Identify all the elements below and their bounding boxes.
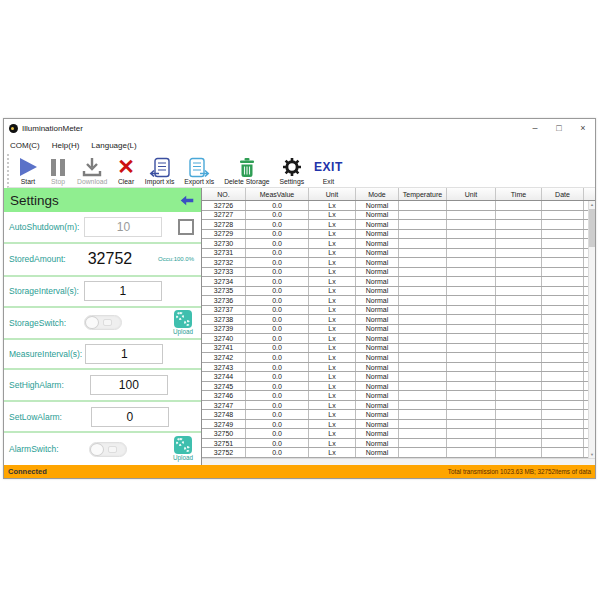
- table-cell: 32749: [202, 420, 246, 429]
- scrollbar-thumb[interactable]: [589, 209, 595, 247]
- table-row[interactable]: 327510.0LxNormal: [202, 439, 588, 449]
- close-button[interactable]: ×: [571, 119, 595, 137]
- menu-item-help[interactable]: Help(H): [52, 141, 80, 150]
- table-row[interactable]: 327440.0LxNormal: [202, 372, 588, 382]
- table-row[interactable]: 327350.0LxNormal: [202, 287, 588, 297]
- table-row[interactable]: 327450.0LxNormal: [202, 382, 588, 392]
- table-cell: Normal: [356, 287, 399, 296]
- table-row[interactable]: 327380.0LxNormal: [202, 315, 588, 325]
- table-cell: [542, 258, 584, 267]
- set-high-alarm-input[interactable]: [90, 375, 168, 395]
- table-cell: [496, 315, 542, 324]
- auto-shutdown-checkbox[interactable]: [178, 219, 194, 235]
- table-cell: [496, 277, 542, 286]
- table-row[interactable]: 327330.0LxNormal: [202, 268, 588, 278]
- table-cell: Normal: [356, 401, 399, 410]
- table-row[interactable]: 327260.0LxNormal: [202, 201, 588, 211]
- table-cell: 0.0: [246, 306, 309, 315]
- table-row[interactable]: 327410.0LxNormal: [202, 344, 588, 354]
- table-cell: [542, 277, 584, 286]
- alarm-switch-toggle[interactable]: [89, 442, 127, 457]
- back-arrow-icon[interactable]: [179, 195, 195, 206]
- column-header[interactable]: NO.: [202, 188, 246, 200]
- table-row[interactable]: 327310.0LxNormal: [202, 249, 588, 259]
- column-header[interactable]: Unit: [447, 188, 496, 200]
- table-cell: 0.0: [246, 448, 309, 457]
- table-cell: Lx: [309, 325, 356, 334]
- storage-upload-button[interactable]: Upload: [173, 310, 193, 336]
- table-cell: Normal: [356, 410, 399, 419]
- table-row[interactable]: 327480.0LxNormal: [202, 410, 588, 420]
- table-row[interactable]: 327420.0LxNormal: [202, 353, 588, 363]
- trash-icon: [237, 156, 257, 178]
- table-row[interactable]: 327280.0LxNormal: [202, 220, 588, 230]
- titlebar[interactable]: IlluminationMeter – □ ×: [4, 119, 595, 137]
- window-title: IlluminationMeter: [22, 124, 83, 133]
- table-cell: Normal: [356, 439, 399, 448]
- menu-item-com[interactable]: COM(C): [10, 141, 40, 150]
- table-row[interactable]: 327270.0LxNormal: [202, 211, 588, 221]
- table-cell: Lx: [309, 410, 356, 419]
- settings-title: Settings: [10, 193, 59, 208]
- table-row[interactable]: 327390.0LxNormal: [202, 325, 588, 335]
- start-button[interactable]: Start: [12, 154, 44, 186]
- storage-switch-toggle[interactable]: [84, 315, 122, 330]
- scroll-down-arrow-icon[interactable]: ▼: [589, 451, 595, 458]
- table-cell: [399, 315, 447, 324]
- table-cell: 0.0: [246, 429, 309, 438]
- table-cell: [399, 391, 447, 400]
- set-low-alarm-row: SetLowAlarm:: [4, 402, 201, 433]
- download-icon: [81, 156, 103, 178]
- scroll-up-arrow-icon[interactable]: ▲: [589, 201, 595, 208]
- table-row[interactable]: 327370.0LxNormal: [202, 306, 588, 316]
- table-cell: Lx: [309, 382, 356, 391]
- maximize-button[interactable]: □: [547, 119, 571, 137]
- horizontal-scrollbar[interactable]: [202, 458, 595, 465]
- column-header[interactable]: MeasValue: [246, 188, 309, 200]
- table-row[interactable]: 327290.0LxNormal: [202, 230, 588, 240]
- settings-button[interactable]: Settings: [275, 154, 310, 186]
- vertical-scrollbar[interactable]: ▲ ▼: [588, 201, 595, 458]
- table-row[interactable]: 327400.0LxNormal: [202, 334, 588, 344]
- table-cell: Lx: [309, 420, 356, 429]
- table-header-row: NO.MeasValueUnitModeTemperatureUnitTimeD…: [202, 188, 595, 201]
- table-row[interactable]: 327430.0LxNormal: [202, 363, 588, 373]
- menu-item-language[interactable]: Language(L): [91, 141, 136, 150]
- exit-button[interactable]: EXIT Exit: [309, 154, 348, 186]
- table-cell: Lx: [309, 334, 356, 343]
- storage-switch-row: StorageSwitch: Upload: [4, 308, 201, 340]
- download-button[interactable]: Download: [72, 154, 112, 186]
- table-row[interactable]: 327300.0LxNormal: [202, 239, 588, 249]
- set-high-alarm-label: SetHighAlarm:: [9, 380, 64, 390]
- table-cell: [399, 429, 447, 438]
- delete-storage-button[interactable]: Delete Storage: [219, 154, 274, 186]
- auto-shutdown-input[interactable]: [84, 217, 162, 237]
- table-row[interactable]: 327460.0LxNormal: [202, 391, 588, 401]
- stop-button[interactable]: Stop: [44, 154, 72, 186]
- table-row[interactable]: 327340.0LxNormal: [202, 277, 588, 287]
- table-cell: 32729: [202, 230, 246, 239]
- upload-gears-icon: [174, 310, 192, 328]
- column-header[interactable]: Unit: [309, 188, 356, 200]
- column-header[interactable]: Date: [542, 188, 584, 200]
- table-cell: Normal: [356, 315, 399, 324]
- table-row[interactable]: 327360.0LxNormal: [202, 296, 588, 306]
- table-cell: Normal: [356, 353, 399, 362]
- column-header[interactable]: Time: [496, 188, 542, 200]
- table-row[interactable]: 327320.0LxNormal: [202, 258, 588, 268]
- alarm-upload-button[interactable]: Upload: [173, 436, 193, 462]
- minimize-button[interactable]: –: [523, 119, 547, 137]
- set-low-alarm-input[interactable]: [91, 407, 169, 427]
- table-row[interactable]: 327500.0LxNormal: [202, 429, 588, 439]
- import-xls-button[interactable]: Import xls: [140, 154, 179, 186]
- column-header[interactable]: Mode: [356, 188, 399, 200]
- measure-interval-input[interactable]: [85, 344, 163, 364]
- table-row[interactable]: 327520.0LxNormal: [202, 448, 588, 458]
- table-row[interactable]: 327470.0LxNormal: [202, 401, 588, 411]
- table-cell: [496, 249, 542, 258]
- clear-button[interactable]: ✕ Clear: [112, 154, 140, 186]
- table-row[interactable]: 327490.0LxNormal: [202, 420, 588, 430]
- storage-interval-input[interactable]: [84, 281, 162, 301]
- column-header[interactable]: Temperature: [399, 188, 447, 200]
- export-xls-button[interactable]: Export xls: [179, 154, 219, 186]
